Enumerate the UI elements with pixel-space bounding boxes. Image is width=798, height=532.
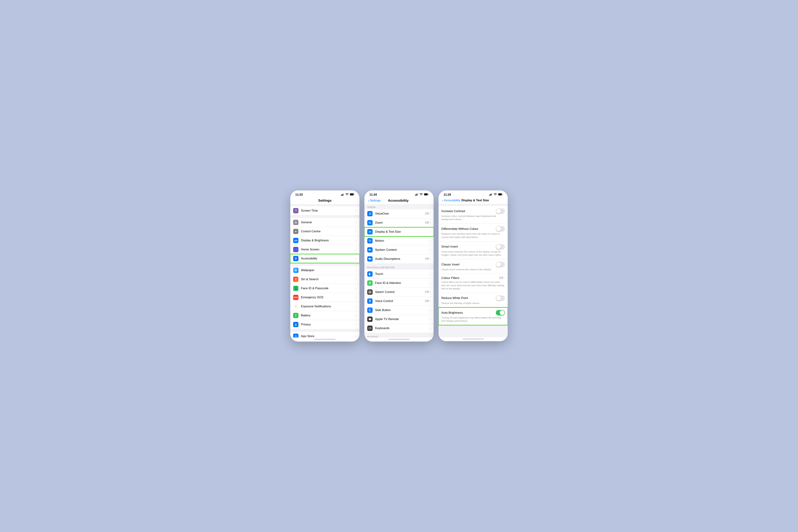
- display-item-auto-brightness[interactable]: Auto-Brightness Turning off auto-brightn…: [439, 307, 508, 325]
- home-screen-icon: ⋮⋮: [293, 247, 299, 252]
- acc-item-voice-control[interactable]: Voice Control Off ›: [364, 297, 434, 306]
- touch-icon: [367, 271, 373, 277]
- settings-item-home-screen[interactable]: ⋮⋮ Home Screen ›: [290, 245, 359, 254]
- general-icon: ⚙: [293, 220, 299, 225]
- voiceover-icon: [367, 211, 373, 216]
- acc-item-motion[interactable]: Motion ›: [364, 236, 434, 245]
- svg-rect-2: [343, 194, 343, 196]
- home-indicator-3: [439, 337, 508, 341]
- classic-invert-desc: Classic Invert reverses the colours of t…: [441, 268, 505, 271]
- home-screen-label: Home Screen: [301, 248, 356, 251]
- acc-item-audio-desc[interactable]: AD Audio Descriptions Off ›: [364, 254, 434, 263]
- back-button-3[interactable]: ‹ Accessibility: [442, 198, 460, 202]
- svg-rect-7: [415, 194, 416, 196]
- control-centre-icon: 🔲: [293, 229, 299, 234]
- settings-item-accessibility[interactable]: ♿ Accessibility ›: [290, 254, 359, 263]
- settings-item-battery[interactable]: 🔋 Battery ›: [290, 311, 359, 320]
- back-button-2[interactable]: ‹ Settings: [368, 199, 381, 202]
- acc-item-voiceover[interactable]: VoiceOver Off ›: [364, 209, 434, 218]
- svg-rect-9: [417, 194, 417, 196]
- settings-item-general[interactable]: ⚙ General ›: [290, 218, 359, 227]
- chevron-privacy: ›: [356, 323, 357, 326]
- svg-rect-50: [491, 194, 491, 196]
- acc-item-display-text-size[interactable]: AA Display & Text Size ›: [364, 227, 434, 236]
- settings-item-display-brightness[interactable]: AA Display & Brightness ›: [290, 236, 359, 245]
- chevron-touch: ›: [430, 272, 431, 276]
- differentiate-toggle[interactable]: [496, 226, 505, 232]
- chevron-switch: ›: [430, 291, 431, 293]
- classic-invert-toggle[interactable]: [496, 262, 505, 267]
- auto-brightness-toggle[interactable]: [496, 310, 505, 316]
- settings-item-privacy[interactable]: ✋ Privacy ›: [290, 320, 359, 329]
- status-time-2: 11:24: [369, 193, 377, 196]
- smart-invert-toggle[interactable]: [496, 244, 505, 249]
- colour-filters-value: Off: [499, 276, 503, 280]
- auto-brightness-desc: Turning off auto-brightness may affect b…: [441, 316, 505, 323]
- keyboards-label: Keyboards: [375, 326, 430, 330]
- display-text-icon: AA: [367, 229, 373, 234]
- acc-item-switch-control[interactable]: Switch Control Off ›: [364, 288, 434, 297]
- settings-item-emergency-sos[interactable]: SOS Emergency SOS ›: [290, 293, 359, 302]
- svg-text:AD: AD: [370, 259, 372, 260]
- battery-icon-3: [498, 193, 503, 196]
- wifi-icon-3: [494, 193, 497, 196]
- reduce-white-point-desc: Reduce the intensity of bright colours.: [441, 302, 505, 305]
- accessibility-list[interactable]: VISION VoiceOver Off › Zoom Off ›: [364, 205, 434, 338]
- acc-item-apple-tv[interactable]: Apple TV Remote ›: [364, 315, 434, 324]
- display-item-differentiate[interactable]: Differentiate Without Colour Replaces us…: [439, 224, 508, 241]
- svg-rect-31: [369, 292, 370, 293]
- display-item-smart-invert[interactable]: Smart Invert Smart Invert reverses the c…: [439, 242, 508, 259]
- smart-invert-label: Smart Invert: [441, 245, 458, 248]
- settings-item-control-centre[interactable]: 🔲 Control Centre ›: [290, 227, 359, 236]
- smart-invert-desc: Smart Invert reverses the colours of the…: [441, 250, 505, 256]
- acc-item-touch[interactable]: Touch ›: [364, 269, 434, 279]
- acc-item-side-button[interactable]: Side Button ›: [364, 306, 434, 315]
- chevron-faceid: ›: [356, 287, 357, 290]
- settings-item-screen-time[interactable]: ⏱ Screen Time ›: [290, 206, 359, 215]
- svg-rect-41: [369, 327, 371, 329]
- apple-tv-label: Apple TV Remote: [375, 318, 430, 321]
- chevron-siri: ›: [356, 278, 357, 281]
- settings-item-face-id[interactable]: 👤 Face ID & Passcode ›: [290, 284, 359, 293]
- physical-group: Touch › Face ID & Attention › Switch Con…: [364, 269, 434, 333]
- svg-rect-51: [492, 193, 492, 196]
- settings-list[interactable]: ⏱ Screen Time › ⚙ General › 🔲 Control Ce…: [290, 205, 359, 338]
- display-item-reduce-white-point[interactable]: Reduce White Point Reduce the intensity …: [439, 293, 508, 307]
- acc-item-zoom[interactable]: Zoom Off ›: [364, 218, 434, 227]
- back-chevron-3: ‹: [442, 198, 443, 202]
- wallpaper-label: Wallpaper: [301, 268, 356, 272]
- motion-label: Motion: [375, 239, 430, 243]
- display-section: Increase Contrast Increase colour contra…: [439, 206, 508, 325]
- acc-item-face-id-attention[interactable]: Face ID & Attention ›: [364, 279, 434, 288]
- acc-item-spoken-content[interactable]: Spoken Content ›: [364, 245, 434, 254]
- display-item-classic-invert[interactable]: Classic Invert Classic Invert reverses t…: [439, 259, 508, 274]
- svg-rect-30: [370, 291, 371, 292]
- acc-item-keyboards[interactable]: Keyboards ›: [364, 324, 434, 333]
- display-panel[interactable]: Increase Contrast Increase colour contra…: [439, 204, 508, 337]
- increase-contrast-toggle[interactable]: [496, 208, 505, 214]
- accessibility-label: Accessibility: [301, 257, 356, 260]
- svg-rect-40: [369, 320, 370, 320]
- colour-filters-desc: Colour filters can be used to differenti…: [441, 281, 505, 290]
- phones-container: 11:23 Settings ⏱ Screen: [290, 190, 508, 342]
- chevron-sos: ›: [356, 296, 357, 299]
- battery-icon-2: [424, 193, 429, 196]
- settings-item-siri[interactable]: 🎙 Siri & Search ›: [290, 275, 359, 284]
- reduce-white-point-toggle[interactable]: [496, 296, 505, 301]
- emergency-sos-label: Emergency SOS: [301, 296, 356, 299]
- svg-rect-6: [350, 194, 354, 195]
- emergency-sos-icon: SOS: [293, 295, 299, 300]
- wallpaper-icon: 🖼: [293, 268, 299, 273]
- svg-rect-39: [369, 318, 371, 320]
- display-item-increase-contrast[interactable]: Increase Contrast Increase colour contra…: [439, 206, 508, 224]
- display-item-colour-filters[interactable]: Colour Filters Off › Colour filters can …: [439, 274, 508, 293]
- settings-item-wallpaper[interactable]: 🖼 Wallpaper ›: [290, 266, 359, 275]
- settings-item-app-store[interactable]: A App Store ›: [290, 332, 359, 338]
- status-icons-2: [415, 193, 429, 196]
- svg-rect-25: [370, 282, 371, 283]
- accessibility-icon: ♿: [293, 256, 299, 261]
- settings-item-exposure[interactable]: ☀ Exposure Notifications ›: [290, 302, 359, 311]
- battery-label: Battery: [301, 314, 356, 317]
- privacy-icon: ✋: [293, 322, 299, 327]
- audio-desc-icon: AD: [367, 256, 373, 262]
